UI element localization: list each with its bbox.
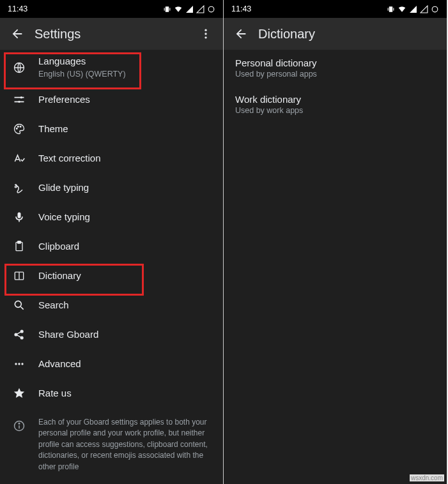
item-title: Theme [38,123,213,135]
item-title: Rate us [38,388,213,400]
back-button[interactable] [229,22,253,46]
item-rate[interactable]: Rate us [0,379,223,408]
svg-point-8 [20,96,22,98]
item-advanced[interactable]: Advanced [0,349,223,379]
appbar: Settings [0,18,223,50]
watermark: wsxdn.com [410,474,444,481]
overflow-menu-button[interactable] [194,22,218,46]
item-subtitle: English (US) (QWERTY) [38,69,213,79]
item-title: Preferences [38,94,213,106]
item-glide-typing[interactable]: Glide typing [0,173,223,202]
item-text-correction[interactable]: Text correction [0,144,223,173]
wifi-icon [174,4,183,13]
svg-point-11 [18,126,19,127]
svg-line-18 [21,307,24,310]
vibrate-icon [387,5,395,13]
item-preferences[interactable]: Preferences [0,85,223,114]
arrow-left-icon [10,27,24,41]
tune-icon [12,92,27,107]
svg-point-10 [16,128,17,129]
appbar: Dictionary [224,18,447,50]
item-subtitle: Used by work apps [235,106,435,115]
svg-rect-30 [389,6,392,12]
signal2-icon [196,5,205,13]
status-icons [163,4,215,13]
status-bar: 11:43 [0,0,223,18]
status-time: 11:43 [231,4,251,13]
item-title: Languages [38,56,213,68]
svg-line-22 [17,332,21,334]
svg-point-5 [205,33,206,34]
wifi-icon [398,4,406,13]
gesture-icon [12,180,27,195]
dictionary-list: Personal dictionary Used by personal app… [224,50,447,484]
item-personal-dictionary[interactable]: Personal dictionary Used by personal app… [224,50,447,86]
svg-point-20 [20,330,23,333]
svg-rect-1 [164,8,165,10]
star-icon [12,386,27,401]
item-languages[interactable]: Languages English (US) (QWERTY) [0,50,223,85]
svg-point-12 [20,126,21,127]
item-title: Clipboard [38,241,213,253]
item-voice-typing[interactable]: Voice typing [0,202,223,232]
item-title: Advanced [38,358,213,370]
info-block: Each of your Gboard settings applies to … [0,408,223,481]
status-icons [387,4,439,13]
svg-point-26 [21,363,23,365]
status-bar: 11:43 [224,0,447,18]
mic-icon [12,209,27,225]
item-theme[interactable]: Theme [0,114,223,144]
item-title: Personal dictionary [235,57,435,68]
screen-dictionary: 11:43 Dictionary Personal dictionary Use… [224,0,447,484]
book-icon [12,268,27,284]
item-title: Dictionary [38,270,213,282]
svg-rect-2 [169,8,170,10]
item-work-dictionary[interactable]: Work dictionary Used by work apps [224,86,447,123]
info-text: Each of your Gboard settings applies to … [38,417,212,473]
item-title: Voice typing [38,211,213,223]
search-icon [12,298,27,313]
circle-icon [431,5,439,13]
signal-icon [185,5,194,13]
screen-settings: 11:43 Settings Languages English (US) (Q… [0,0,224,484]
svg-rect-0 [166,6,169,12]
share-icon [12,327,27,342]
palette-icon [12,121,27,137]
arrow-left-icon [234,27,248,41]
svg-point-3 [208,6,214,12]
svg-point-6 [205,36,206,38]
item-share[interactable]: Share Gboard [0,320,223,349]
svg-point-9 [18,101,20,103]
svg-point-19 [15,333,17,336]
svg-point-21 [20,337,23,339]
signal-icon [409,5,417,13]
svg-rect-14 [18,241,21,243]
text-correction-icon [12,151,27,166]
appbar-title: Settings [35,27,194,42]
item-title: Text correction [38,153,213,165]
svg-point-24 [15,363,17,365]
status-time: 11:43 [8,4,27,13]
more-vert-icon [199,27,212,40]
svg-line-23 [17,335,21,337]
svg-point-17 [15,301,21,307]
item-dictionary[interactable]: Dictionary [0,261,223,291]
svg-rect-31 [388,8,389,10]
svg-point-33 [432,6,438,12]
appbar-title: Dictionary [258,27,442,42]
back-button[interactable] [5,22,29,46]
more-horiz-icon [12,356,27,372]
svg-point-25 [18,363,20,365]
vibrate-icon [163,5,171,13]
item-title: Search [38,299,213,312]
globe-icon [12,60,27,75]
item-title: Glide typing [38,182,213,194]
item-search[interactable]: Search [0,291,223,320]
svg-point-4 [205,29,206,31]
circle-icon [207,5,215,13]
svg-point-29 [19,423,20,424]
item-clipboard[interactable]: Clipboard [0,232,223,261]
item-subtitle: Used by personal apps [235,70,435,79]
info-icon [12,418,27,434]
settings-list: Languages English (US) (QWERTY) Preferen… [0,50,223,484]
